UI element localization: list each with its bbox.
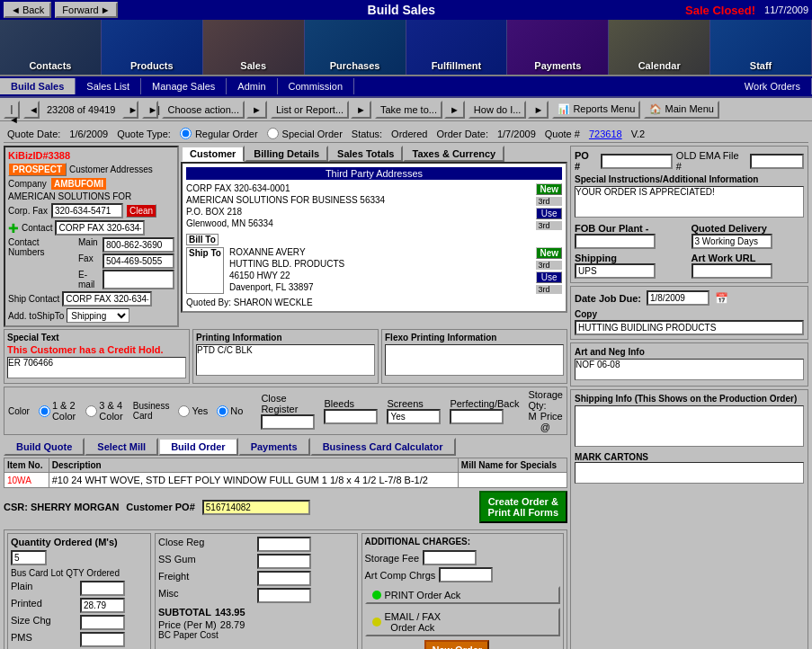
btab-select-mill[interactable]: Select Mill (85, 438, 158, 456)
nav-payments[interactable]: Payments (507, 20, 609, 75)
tab-customer[interactable]: Customer (181, 146, 245, 162)
tab-billing[interactable]: Billing Details (245, 146, 328, 162)
reports-menu-button[interactable]: 📊 Reports Menu (552, 101, 640, 119)
email-input[interactable] (103, 270, 174, 289)
bill-to-new-button[interactable]: New (536, 183, 562, 195)
btab-build-order[interactable]: Build Order (158, 438, 238, 456)
quote-type-regular[interactable]: Regular Order (180, 128, 258, 139)
special-text-input[interactable]: ER 706466 (7, 357, 186, 378)
fax-input[interactable] (103, 253, 174, 269)
nav-contacts[interactable]: Contacts (0, 20, 102, 75)
how-do-i-combo[interactable]: How do I... ► (468, 101, 549, 119)
take-me-to-button[interactable]: Take me to... (375, 101, 442, 119)
special-instructions-input[interactable]: YOUR ORDER IS APPRECIATED! (575, 186, 804, 218)
misc-input[interactable] (257, 588, 311, 603)
mark-cartons-input[interactable] (575, 462, 804, 484)
plain-input[interactable] (80, 581, 125, 596)
choose-action-combo[interactable]: Choose action... ► (162, 101, 266, 119)
ship-contact-input[interactable] (62, 291, 152, 307)
main-phone-input[interactable] (103, 237, 174, 253)
subnav-manage-sales[interactable]: Manage Sales (141, 78, 227, 94)
storage-fee-input[interactable] (423, 550, 477, 565)
nav-calendar[interactable]: Calendar (609, 20, 710, 75)
how-do-i-go[interactable]: ► (528, 101, 549, 119)
ss-gum-input[interactable] (257, 554, 311, 569)
take-me-to-combo[interactable]: Take me to... ► (375, 101, 465, 119)
choose-action-go[interactable]: ► (246, 101, 267, 119)
add-to-shipto-select[interactable]: Shipping (67, 308, 129, 323)
color-3-4-label[interactable]: 3 & 4 Color (85, 400, 123, 422)
art-neg-input[interactable]: NOF 06-08 (575, 359, 804, 380)
list-report-button[interactable]: List or Report... (271, 101, 349, 119)
ship-to-new-button[interactable]: New (536, 247, 562, 259)
bleeds-input[interactable] (324, 409, 378, 424)
subnav-sales-list[interactable]: Sales List (76, 78, 141, 94)
date-job-due-input[interactable] (647, 290, 709, 306)
table-row[interactable]: 10WA #10 24 WHT WOVE, STD LEFT POLY WIND… (4, 473, 567, 488)
calendar-icon[interactable]: 📅 (715, 292, 728, 305)
freight-input[interactable] (257, 571, 311, 586)
quote-number-link[interactable]: 723618 (589, 129, 622, 139)
next-record-button[interactable]: ► (122, 101, 138, 119)
main-menu-button[interactable]: 🏠 Main Menu (644, 101, 718, 119)
nav-controls[interactable]: ◄ Back Forward ► (4, 2, 118, 18)
contact-input[interactable] (55, 220, 145, 236)
shipping-input[interactable] (575, 263, 656, 279)
create-order-button[interactable]: Create Order & Print All Forms (479, 491, 567, 523)
nav-fulfillment[interactable]: Fulfillment (406, 20, 508, 75)
perfecting-input[interactable] (450, 409, 504, 424)
take-me-to-go[interactable]: ► (444, 101, 465, 119)
back-button[interactable]: ◄ Back (4, 2, 51, 18)
bill-to-use-button[interactable]: Use (536, 208, 562, 219)
printed-input[interactable] (80, 598, 125, 613)
how-do-i-button[interactable]: How do I... (468, 101, 527, 119)
btab-biz-card-calc[interactable]: Business Card Calculator (310, 438, 456, 456)
customer-po-input[interactable] (202, 500, 310, 515)
choose-action-button[interactable]: Choose action... (162, 101, 245, 119)
copy-input[interactable] (575, 320, 804, 335)
tab-sales-totals[interactable]: Sales Totals (328, 146, 403, 162)
shipping-info-input[interactable] (575, 405, 804, 447)
color-1-2-label[interactable]: 1 & 2 Color (39, 400, 76, 422)
printing-info-input[interactable]: PTD C/C BLK (196, 344, 375, 376)
fob-input[interactable] (575, 234, 656, 249)
art-work-url-input[interactable] (692, 263, 772, 279)
sizechg-input[interactable] (80, 615, 125, 630)
art-comp-input[interactable] (439, 567, 493, 582)
subnav-commission[interactable]: Commission (278, 78, 355, 94)
corp-fax-input[interactable] (51, 203, 123, 218)
delivery-input[interactable] (692, 234, 772, 249)
close-register-input[interactable] (261, 414, 315, 430)
nav-sales[interactable]: Sales (203, 20, 305, 75)
prev-record-button[interactable]: ◄ (23, 101, 40, 119)
add-contact-icon[interactable]: ✚ (8, 221, 19, 236)
print-order-ack-button[interactable]: PRINT Order Ack (365, 586, 561, 604)
bcard-no-label[interactable]: No (217, 405, 243, 417)
email-fax-button[interactable]: EMAIL / FAX Order Ack (365, 608, 561, 636)
ship-to-use-button[interactable]: Use (536, 271, 562, 283)
close-reg-input[interactable] (257, 537, 311, 552)
btab-payments[interactable]: Payments (238, 438, 310, 456)
po-number-input[interactable] (601, 154, 673, 169)
list-report-combo[interactable]: List or Report... ► (271, 101, 371, 119)
subnav-admin[interactable]: Admin (227, 78, 277, 94)
forward-button[interactable]: Forward ► (55, 2, 117, 18)
nav-purchases[interactable]: Purchases (305, 20, 406, 75)
bcard-yes-label[interactable]: Yes (178, 405, 208, 417)
nav-staff[interactable]: Staff (710, 20, 812, 75)
flexo-input[interactable] (385, 344, 564, 376)
subnav-build-sales[interactable]: Build Sales (0, 78, 76, 94)
btab-build-quote[interactable]: Build Quote (4, 438, 85, 456)
last-record-button[interactable]: ►| (142, 101, 158, 119)
screens-input[interactable] (387, 409, 441, 424)
new-order-discount-button[interactable]: New Order Discount (424, 640, 489, 649)
list-report-go[interactable]: ► (351, 101, 371, 119)
pms-input[interactable] (80, 632, 125, 647)
first-record-button[interactable]: |◄ (4, 101, 20, 119)
quote-type-special[interactable]: Special Order (267, 128, 343, 139)
nav-products[interactable]: Products (102, 20, 203, 75)
tab-taxes[interactable]: Taxes & Currency (403, 146, 504, 162)
clean-button[interactable]: Clean (126, 204, 156, 218)
qty-ordered-input[interactable] (11, 550, 47, 565)
old-ema-input[interactable] (750, 154, 804, 169)
